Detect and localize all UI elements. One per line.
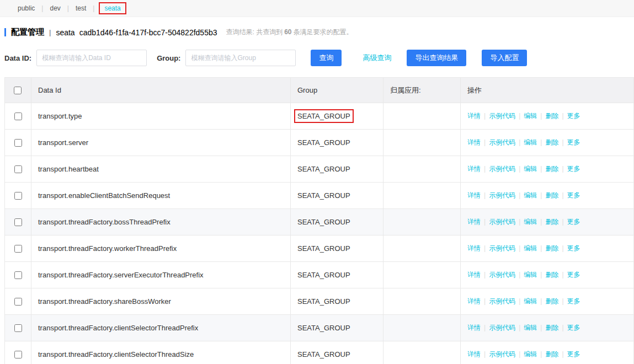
action-separator: | bbox=[540, 324, 542, 331]
detail-link[interactable]: 详情 bbox=[467, 297, 481, 305]
more-link[interactable]: 更多 bbox=[567, 271, 580, 279]
edit-link[interactable]: 编辑 bbox=[524, 218, 537, 226]
action-separator: | bbox=[519, 218, 520, 226]
row-checkbox[interactable] bbox=[14, 139, 22, 147]
edit-link[interactable]: 编辑 bbox=[524, 165, 537, 173]
edit-link[interactable]: 编辑 bbox=[524, 112, 537, 120]
sample-code-link[interactable]: 示例代码 bbox=[489, 165, 515, 173]
row-checkbox[interactable] bbox=[14, 165, 22, 173]
delete-link[interactable]: 删除 bbox=[545, 350, 558, 358]
more-link[interactable]: 更多 bbox=[567, 297, 580, 305]
group-cell: SEATA_GROUP bbox=[297, 324, 350, 332]
detail-link[interactable]: 详情 bbox=[467, 138, 481, 146]
action-separator: | bbox=[562, 324, 563, 331]
group-cell: SEATA_GROUP bbox=[297, 191, 350, 200]
namespace-tab-bar: public | dev | test | seata bbox=[0, 0, 634, 17]
action-separator: | bbox=[484, 112, 486, 120]
app-cell bbox=[383, 130, 461, 156]
tab-public[interactable]: public bbox=[15, 3, 37, 13]
sample-code-link[interactable]: 示例代码 bbox=[489, 244, 515, 252]
data-id-cell: transport.threadFactory.bossThreadPrefix bbox=[38, 218, 171, 226]
edit-link[interactable]: 编辑 bbox=[524, 244, 537, 252]
action-separator: | bbox=[540, 244, 542, 252]
group-cell: SEATA_GROUP bbox=[297, 271, 350, 279]
detail-link[interactable]: 详情 bbox=[467, 244, 481, 252]
sample-code-link[interactable]: 示例代码 bbox=[489, 218, 515, 226]
detail-link[interactable]: 详情 bbox=[467, 112, 481, 120]
table-row: transport.typeSEATA_GROUP详情|示例代码|编辑|删除|更… bbox=[5, 103, 634, 130]
row-checkbox[interactable] bbox=[14, 192, 22, 200]
search-button[interactable]: 查询 bbox=[311, 50, 342, 66]
select-all-checkbox[interactable] bbox=[14, 87, 22, 94]
sample-code-link[interactable]: 示例代码 bbox=[489, 271, 515, 279]
row-checkbox[interactable] bbox=[14, 298, 22, 306]
tab-dev[interactable]: dev bbox=[47, 3, 62, 13]
more-link[interactable]: 更多 bbox=[567, 138, 580, 146]
sample-code-link[interactable]: 示例代码 bbox=[489, 191, 515, 199]
group-cell: SEATA_GROUP bbox=[297, 218, 350, 226]
row-checkbox[interactable] bbox=[14, 245, 22, 253]
sample-code-link[interactable]: 示例代码 bbox=[489, 350, 515, 358]
delete-link[interactable]: 删除 bbox=[545, 191, 558, 199]
row-checkbox[interactable] bbox=[14, 271, 22, 279]
detail-link[interactable]: 详情 bbox=[467, 324, 481, 331]
row-checkbox[interactable] bbox=[14, 324, 22, 332]
sample-code-link[interactable]: 示例代码 bbox=[489, 324, 515, 331]
more-link[interactable]: 更多 bbox=[567, 112, 580, 120]
sample-code-link[interactable]: 示例代码 bbox=[489, 138, 515, 146]
row-checkbox[interactable] bbox=[14, 351, 22, 358]
table-row: transport.threadFactory.bossThreadPrefix… bbox=[5, 209, 634, 235]
more-link[interactable]: 更多 bbox=[567, 244, 580, 252]
delete-link[interactable]: 删除 bbox=[545, 271, 558, 279]
delete-link[interactable]: 删除 bbox=[545, 324, 558, 331]
table-row: transport.threadFactory.shareBossWorkerS… bbox=[5, 288, 634, 315]
more-link[interactable]: 更多 bbox=[567, 191, 580, 199]
tab-seata[interactable]: seata bbox=[99, 2, 126, 14]
page-header: 配置管理 | seata cadb1d46-f1fa-417f-bcc7-504… bbox=[4, 27, 634, 38]
detail-link[interactable]: 详情 bbox=[467, 191, 481, 199]
row-checkbox[interactable] bbox=[14, 218, 22, 226]
sample-code-link[interactable]: 示例代码 bbox=[489, 297, 515, 305]
edit-link[interactable]: 编辑 bbox=[524, 297, 537, 305]
namespace-name: seata bbox=[56, 28, 74, 37]
import-config-button[interactable]: 导入配置 bbox=[482, 50, 527, 66]
delete-link[interactable]: 删除 bbox=[545, 165, 558, 173]
row-checkbox[interactable] bbox=[14, 113, 22, 120]
edit-link[interactable]: 编辑 bbox=[524, 191, 537, 199]
action-separator: | bbox=[540, 271, 542, 279]
action-separator: | bbox=[562, 165, 563, 173]
more-link[interactable]: 更多 bbox=[567, 218, 580, 226]
tab-test[interactable]: test bbox=[73, 3, 88, 13]
edit-link[interactable]: 编辑 bbox=[524, 271, 537, 279]
detail-link[interactable]: 详情 bbox=[467, 165, 481, 173]
group-input[interactable] bbox=[185, 50, 296, 66]
data-id-cell: transport.enableClientBatchSendRequest bbox=[38, 191, 170, 200]
detail-link[interactable]: 详情 bbox=[467, 350, 481, 358]
group-label: Group: bbox=[157, 54, 180, 62]
detail-link[interactable]: 详情 bbox=[467, 218, 481, 226]
more-link[interactable]: 更多 bbox=[567, 165, 580, 173]
export-results-button[interactable]: 导出查询结果 bbox=[407, 50, 466, 66]
delete-link[interactable]: 删除 bbox=[545, 138, 558, 146]
sample-code-link[interactable]: 示例代码 bbox=[489, 112, 515, 120]
more-link[interactable]: 更多 bbox=[567, 324, 580, 331]
delete-link[interactable]: 删除 bbox=[545, 218, 558, 226]
action-separator: | bbox=[540, 350, 542, 358]
edit-link[interactable]: 编辑 bbox=[524, 138, 537, 146]
action-separator: | bbox=[540, 112, 542, 120]
action-separator: | bbox=[562, 191, 563, 199]
data-id-input[interactable] bbox=[36, 50, 147, 66]
delete-link[interactable]: 删除 bbox=[545, 244, 558, 252]
column-header-actions: 操作 bbox=[461, 78, 634, 103]
delete-link[interactable]: 删除 bbox=[545, 297, 558, 305]
delete-link[interactable]: 删除 bbox=[545, 112, 558, 120]
advanced-search-link[interactable]: 高级查询 bbox=[363, 53, 391, 63]
edit-link[interactable]: 编辑 bbox=[524, 350, 537, 358]
table-row: transport.enableClientBatchSendRequestSE… bbox=[5, 183, 634, 209]
more-link[interactable]: 更多 bbox=[567, 350, 580, 358]
edit-link[interactable]: 编辑 bbox=[524, 324, 537, 331]
action-separator: | bbox=[519, 112, 520, 120]
detail-link[interactable]: 详情 bbox=[467, 271, 481, 279]
data-id-cell: transport.threadFactory.clientSelectorTh… bbox=[38, 350, 194, 358]
app-cell bbox=[383, 183, 461, 209]
